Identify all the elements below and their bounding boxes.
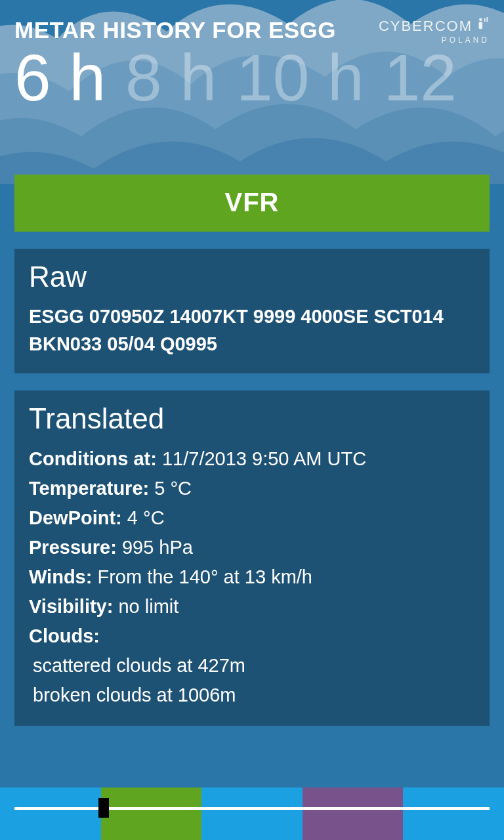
pivot-item-6h[interactable]: 6 h <box>14 45 106 110</box>
temperature-value: 5 °C <box>154 478 192 499</box>
svg-point-0 <box>479 18 482 21</box>
raw-heading: Raw <box>29 261 475 293</box>
dewpoint-value: 4 °C <box>127 507 165 528</box>
translated-heading: Translated <box>29 402 475 435</box>
tile-5 <box>403 788 504 840</box>
pressure-value: 995 hPa <box>122 537 193 558</box>
winds-value: From the 140° at 13 km/h <box>97 566 312 587</box>
time-range-pivot[interactable]: 6 h 8 h 10 h 12 <box>14 45 490 110</box>
svg-rect-1 <box>479 22 483 29</box>
pivot-item-12h[interactable]: 12 <box>384 45 457 110</box>
pressure-line: Pressure: 995 hPa <box>29 533 475 562</box>
page-title: METAR HISTORY FOR ESGG <box>14 17 336 43</box>
timeline-slider-track[interactable] <box>14 807 490 810</box>
clouds-line: Clouds: <box>29 621 475 651</box>
dewpoint-line: DewPoint: 4 °C <box>29 503 475 533</box>
pivot-item-10h[interactable]: 10 h <box>236 45 364 110</box>
flight-rules-label: VFR <box>225 188 280 217</box>
tile-2 <box>101 788 202 840</box>
clouds-detail-2: broken clouds at 1006m <box>29 681 475 710</box>
clouds-details: scattered clouds at 427m broken clouds a… <box>29 651 475 710</box>
pressure-label: Pressure: <box>29 537 117 558</box>
brand-sub-text: POLAND <box>379 35 490 45</box>
raw-card: Raw ESGG 070950Z 14007KT 9999 4000SE SCT… <box>14 249 490 373</box>
conditions-label: Conditions at: <box>29 448 157 469</box>
brand-name-text: CYBERCOM <box>379 18 472 35</box>
translated-card: Translated Conditions at: 11/7/2013 9:50… <box>14 390 490 725</box>
visibility-value: no limit <box>118 596 178 617</box>
clouds-detail-1: scattered clouds at 427m <box>29 651 475 681</box>
temperature-label: Temperature: <box>29 478 149 499</box>
visibility-label: Visibility: <box>29 596 113 617</box>
svg-rect-3 <box>487 17 488 22</box>
clouds-label: Clouds: <box>29 625 100 646</box>
tile-3 <box>201 788 303 840</box>
conditions-value: 11/7/2013 9:50 AM UTC <box>162 448 366 469</box>
dewpoint-label: DewPoint: <box>29 507 122 528</box>
svg-rect-2 <box>484 18 486 22</box>
tile-4 <box>303 788 404 840</box>
conditions-line: Conditions at: 11/7/2013 9:50 AM UTC <box>29 444 475 474</box>
tile-1 <box>0 788 101 840</box>
raw-metar-text: ESGG 070950Z 14007KT 9999 4000SE SCT014 … <box>29 303 475 358</box>
bottom-tile-strip <box>0 788 504 840</box>
brand-person-icon <box>476 17 490 35</box>
flight-rules-banner: VFR <box>14 175 490 232</box>
winds-label: Winds: <box>29 566 92 587</box>
pivot-item-8h[interactable]: 8 h <box>125 45 217 110</box>
brand-logo: CYBERCOM POLAND <box>379 17 490 45</box>
temperature-line: Temperature: 5 °C <box>29 474 475 503</box>
winds-line: Winds: From the 140° at 13 km/h <box>29 562 475 592</box>
visibility-line: Visibility: no limit <box>29 592 475 621</box>
timeline-slider-thumb[interactable] <box>98 798 109 818</box>
